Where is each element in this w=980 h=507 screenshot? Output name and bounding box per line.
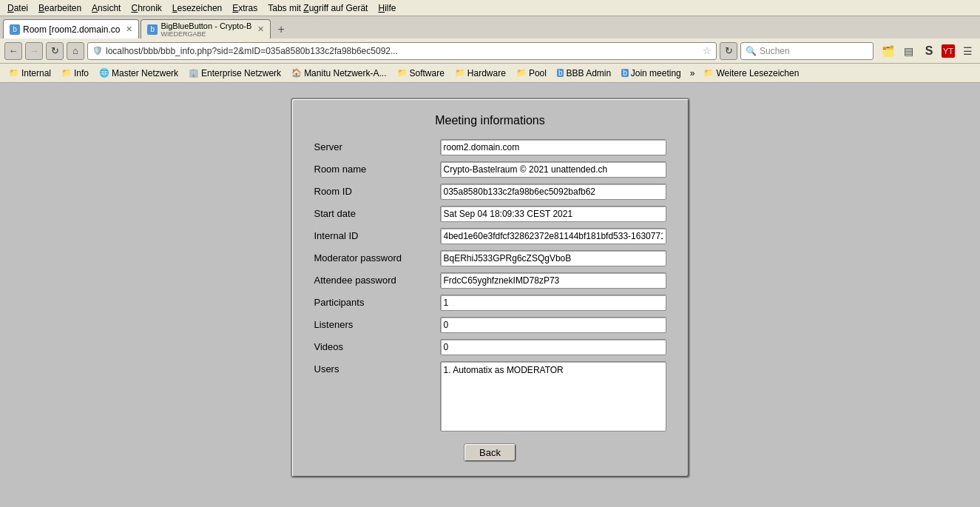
bookmark-enterprise-netz[interactable]: 🏢 Enterprise Netzwerk	[184, 67, 285, 80]
bookmark-weitere-icon: 📁	[703, 68, 714, 78]
input-server[interactable]	[440, 139, 666, 155]
pocket-icon[interactable]: 🗂️	[879, 43, 896, 59]
bookmark-software-label: Software	[410, 68, 445, 78]
label-listeners: Listeners	[314, 317, 440, 330]
input-roomid[interactable]	[440, 184, 666, 200]
label-roomname: Room name	[314, 161, 440, 175]
label-attendeepw: Attendee password	[314, 272, 440, 286]
search-bar[interactable]: 🔍 Suchen	[740, 42, 873, 60]
bookmark-master-netz[interactable]: 🌐 Master Netzwerk	[95, 67, 183, 80]
bookmark-join-label: Join meeting	[631, 68, 681, 78]
input-listeners[interactable]	[440, 317, 666, 333]
menu-datei[interactable]: Datei	[3, 1, 33, 15]
label-server: Server	[314, 139, 440, 152]
form-row-server: Server	[314, 139, 666, 155]
form-row-roomname: Room name	[314, 161, 666, 178]
bookmark-internal-label: Internal	[21, 68, 51, 78]
tab-bar: b Room [room2.domain.co ✕ b BigBlueButto…	[0, 16, 980, 38]
bookmark-bbb-admin-icon: b	[557, 69, 564, 77]
bookmark-hardware-label: Hardware	[467, 68, 506, 78]
menu-extras[interactable]: Extras	[228, 1, 262, 15]
security-icon: 🛡️	[92, 46, 103, 56]
tab-room-close[interactable]: ✕	[126, 24, 132, 34]
toolbar-icons: 🗂️ ▤ S YT ☰	[879, 43, 976, 59]
home-button[interactable]: ⌂	[67, 42, 84, 60]
reload-icon[interactable]: ↻	[720, 42, 737, 60]
bookmark-bbb-admin-label: BBB Admin	[566, 68, 611, 78]
tab-bbb-subtitle: WIEDERGABE	[160, 30, 251, 38]
tab-bbb-icon: b	[147, 24, 158, 35]
bookmark-pool-icon: 📁	[516, 68, 527, 78]
input-participants[interactable]	[440, 295, 666, 311]
input-startdate[interactable]	[440, 206, 666, 222]
bookmark-manitu-icon: 🏠	[291, 68, 302, 78]
tab-bbb[interactable]: b BigBlueButton - Crypto-B WIEDERGABE ✕	[141, 19, 271, 38]
tab-room[interactable]: b Room [room2.domain.co ✕	[3, 19, 139, 38]
search-placeholder: Suchen	[760, 46, 790, 56]
tab-bbb-label: BigBlueButton - Crypto-B	[160, 21, 251, 30]
bookmark-software[interactable]: 📁 Software	[393, 67, 449, 80]
input-internalid[interactable]	[440, 228, 666, 244]
back-button[interactable]: Back	[464, 443, 516, 462]
form-row-attendeepw: Attendee password	[314, 272, 666, 289]
bookmark-weitere-label: Weitere Lesezeichen	[716, 68, 799, 78]
url-text: localhost/bbb/bbb_info.php?sid=2&mID=035…	[106, 46, 700, 56]
input-roomname[interactable]	[440, 161, 666, 178]
bookmark-info-icon: 📁	[61, 68, 72, 78]
meeting-card: Meeting informations Server Room name Ro…	[291, 98, 690, 478]
bookmark-hardware[interactable]: 📁 Hardware	[450, 67, 510, 80]
bookmarks-bar: 📁 Internal 📁 Info 🌐 Master Netzwerk 🏢 En…	[0, 64, 980, 83]
bookmark-internal-icon: 📁	[9, 68, 19, 78]
bookmark-join-meeting[interactable]: b Join meeting	[617, 67, 686, 80]
bookmark-pool-label: Pool	[529, 68, 547, 78]
label-internalid: Internal ID	[314, 228, 440, 241]
bookmark-hardware-icon: 📁	[455, 68, 465, 78]
url-bar[interactable]: 🛡️ localhost/bbb/bbb_info.php?sid=2&mID=…	[87, 42, 717, 60]
back-nav-button[interactable]: ←	[4, 42, 22, 60]
sidebar-toggle-icon[interactable]: ▤	[900, 43, 916, 59]
input-attendeepw[interactable]	[440, 272, 666, 289]
input-modpw[interactable]	[440, 250, 666, 266]
menu-tabs-zugriff[interactable]: Tabs mit Zugriff auf Gerät	[263, 1, 372, 15]
menu-lesezeichen[interactable]: Lesezeichen	[168, 1, 226, 15]
label-roomid: Room ID	[314, 184, 440, 197]
tab-bbb-close[interactable]: ✕	[257, 24, 264, 34]
meeting-title: Meeting informations	[314, 114, 666, 127]
bookmark-bbb-admin[interactable]: b BBB Admin	[552, 67, 615, 80]
back-btn-row: Back	[314, 443, 666, 462]
input-videos[interactable]	[440, 339, 666, 355]
label-participants: Participants	[314, 295, 440, 308]
menu-ansicht[interactable]: Ansicht	[87, 1, 125, 15]
menu-hilfe[interactable]: Hilfe	[374, 1, 400, 15]
form-row-startdate: Start date	[314, 206, 666, 222]
tab-room-label: Room [room2.domain.co	[23, 24, 120, 35]
bookmark-enterprise-label: Enterprise Netzwerk	[201, 68, 281, 78]
overflow-menu-icon[interactable]: ☰	[959, 43, 976, 59]
bookmark-manitu-netz[interactable]: 🏠 Manitu Netzwerk-A...	[287, 67, 391, 80]
tab-room-icon: b	[10, 24, 20, 35]
forward-nav-button[interactable]: →	[25, 42, 43, 60]
bookmark-weitere[interactable]: 📁 Weitere Lesezeichen	[699, 67, 803, 80]
new-tab-button[interactable]: +	[272, 21, 290, 38]
label-videos: Videos	[314, 339, 440, 352]
label-users: Users	[314, 361, 440, 375]
label-modpw: Moderator password	[314, 250, 440, 263]
bookmark-info-label: Info	[74, 68, 89, 78]
bookmark-info[interactable]: 📁 Info	[57, 67, 93, 80]
form-row-roomid: Room ID	[314, 184, 666, 200]
bookmark-master-label: Master Netzwerk	[112, 68, 178, 78]
sync-icon[interactable]: S	[921, 43, 937, 59]
menu-bearbeiten[interactable]: Bearbeiten	[34, 1, 86, 15]
menu-bar: Datei Bearbeiten Ansicht Chronik Lesezei…	[0, 0, 980, 16]
bookmark-software-icon: 📁	[397, 68, 408, 78]
container-icon[interactable]: YT	[942, 44, 955, 58]
menu-chronik[interactable]: Chronik	[126, 1, 166, 15]
more-bookmarks-button[interactable]: »	[687, 67, 698, 80]
bookmark-pool[interactable]: 📁 Pool	[512, 67, 551, 80]
bookmark-star-icon[interactable]: ☆	[703, 45, 712, 56]
form-row-users: Users 1. Automatix as MODERATOR	[314, 361, 666, 432]
reload-button[interactable]: ↻	[46, 42, 64, 60]
bookmark-internal[interactable]: 📁 Internal	[4, 67, 55, 80]
textarea-users[interactable]: 1. Automatix as MODERATOR	[440, 361, 666, 432]
bookmark-enterprise-icon: 🏢	[189, 68, 199, 78]
